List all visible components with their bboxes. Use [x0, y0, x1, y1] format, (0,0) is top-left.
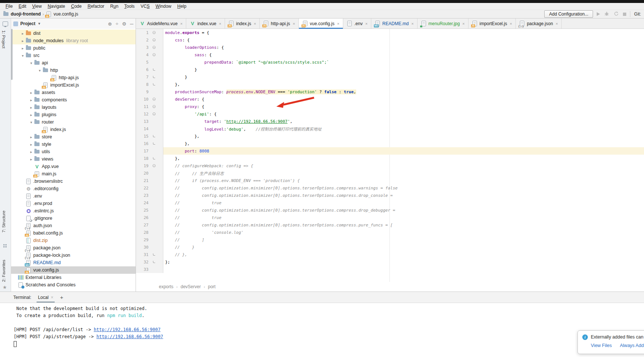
run-icon[interactable] — [597, 12, 600, 16]
tree-item-vue-config-js[interactable]: JSvue.config.js — [11, 266, 136, 274]
tree-item-importexcel-js[interactable]: JSimportExcel.js — [11, 81, 136, 89]
fold-marker[interactable] — [149, 112, 160, 115]
chevron-right-icon[interactable]: ▸ — [28, 91, 34, 95]
chevron-down-icon[interactable]: ▼ — [38, 22, 41, 26]
tool-window-quick-access-icon[interactable] — [3, 21, 8, 26]
tree-item--env-prod[interactable]: .env.prod — [11, 200, 136, 207]
close-icon[interactable]: × — [510, 21, 512, 26]
git-widget-label[interactable]: Git: — [634, 11, 641, 17]
breadcrumb-file[interactable]: vue.config.js — [54, 11, 78, 17]
tree-item-layouts[interactable]: ▸layouts — [11, 104, 136, 111]
fold-marker[interactable] — [149, 53, 160, 56]
editor-tab-vue-config-js[interactable]: JSvue.config.js× — [299, 18, 343, 28]
new-terminal-icon[interactable]: + — [60, 294, 63, 300]
tree-item-components[interactable]: ▸components — [11, 96, 136, 104]
settings-gear-icon[interactable]: ⚙ — [122, 21, 126, 27]
tree-item--env[interactable]: .env — [11, 192, 136, 200]
favorites-star-icon[interactable]: ★ — [3, 284, 7, 290]
close-icon[interactable]: × — [219, 21, 221, 26]
tool-window-button-favorites[interactable]: 2: Favorites — [1, 260, 6, 282]
chevron-right-icon[interactable]: ▸ — [28, 105, 34, 110]
menu-view[interactable]: View — [30, 3, 44, 9]
tree-item--browserslistrc[interactable]: .browserslistrc — [11, 178, 136, 185]
editor-breadcrumb-devserver[interactable]: devServer — [181, 284, 201, 289]
add-configuration-button[interactable]: Add Configuration... — [544, 10, 593, 18]
fold-marker[interactable] — [149, 68, 160, 71]
fold-marker[interactable] — [149, 135, 160, 137]
editor-tab-http-api-js[interactable]: JShttp-api.js× — [260, 18, 299, 28]
menu-navigate[interactable]: Navigate — [45, 3, 68, 9]
chevron-right-icon[interactable]: ▸ — [28, 98, 34, 102]
close-icon[interactable]: × — [51, 295, 53, 300]
tree-item-views[interactable]: ▸views — [11, 155, 136, 163]
stop-icon[interactable] — [623, 13, 626, 16]
chevron-down-icon[interactable]: ▾ — [37, 68, 42, 73]
tree-item-http[interactable]: ▾http — [11, 67, 136, 74]
collapse-all-icon[interactable]: ÷ — [116, 21, 118, 27]
tree-item-node-modules[interactable]: ▸node_moduleslibrary root — [11, 37, 136, 44]
tree-item-src[interactable]: ▾src — [11, 52, 136, 59]
tree-item-index-js[interactable]: JSindex.js — [11, 126, 136, 133]
fold-marker[interactable] — [149, 253, 160, 256]
tree-item-package-lock-json[interactable]: {﹔}package-lock.json — [11, 252, 136, 259]
chevron-right-icon[interactable]: ▸ — [28, 157, 34, 161]
code-editor[interactable]: 1module.exports = {2 css: {3 loaderOptio… — [136, 29, 644, 282]
tree-item-store[interactable]: ▸store — [11, 133, 136, 141]
tree-item-public[interactable]: ▸public — [11, 44, 136, 52]
tree-item-app-vue[interactable]: VApp.vue — [11, 163, 136, 170]
tree-item-router[interactable]: ▾router — [11, 118, 136, 126]
close-icon[interactable]: × — [365, 21, 367, 26]
menu-edit[interactable]: Edit — [16, 3, 29, 9]
tree-item-assets[interactable]: ▸assets — [11, 89, 136, 96]
tool-window-button-structure[interactable]: 7: Structure — [1, 211, 6, 232]
chevron-down-icon[interactable]: ▾ — [28, 120, 34, 124]
tree-item-plugins[interactable]: ▸plugins — [11, 111, 136, 118]
chevron-right-icon[interactable]: ▸ — [20, 39, 25, 43]
editor-tab-readme-md[interactable]: MDREADME.md× — [371, 18, 418, 28]
menu-window[interactable]: Window — [153, 3, 174, 9]
tree-item-scratches-and-consoles[interactable]: Scratches and Consoles — [11, 281, 136, 289]
chevron-down-icon[interactable]: ▾ — [28, 61, 34, 65]
run-with-coverage-icon[interactable] — [613, 11, 619, 17]
editor-tab-menurouter-jpg[interactable]: menuRouter.jpg× — [418, 18, 468, 28]
menu-code[interactable]: Code — [68, 3, 84, 9]
chevron-down-icon[interactable]: ▾ — [20, 54, 25, 58]
breadcrumb-project[interactable]: duoji-frontend — [11, 11, 41, 17]
fold-marker[interactable] — [149, 157, 160, 159]
tool-window-button-project[interactable]: 1: Project — [1, 30, 6, 48]
editor-tab-package-json[interactable]: {﹔}package.json× — [516, 18, 562, 28]
menu-help[interactable]: Help — [175, 3, 189, 9]
tree-item-package-json[interactable]: {﹔}package.json — [11, 244, 136, 252]
terminal-tab-local[interactable]: Local × — [37, 292, 55, 303]
tree-item-readme-md[interactable]: MDREADME.md — [11, 259, 136, 266]
close-icon[interactable]: × — [556, 21, 558, 26]
tree-item-external-libraries[interactable]: External Libraries — [11, 274, 136, 281]
tree-item-style[interactable]: ▸style — [11, 141, 136, 148]
editor-tab-asidemenu-vue[interactable]: VAsideMenu.vue× — [136, 18, 186, 28]
tree-item--eslintrc-js[interactable]: .eslintrc.js — [11, 207, 136, 215]
close-icon[interactable]: × — [293, 21, 295, 26]
editor-breadcrumb-exports[interactable]: exports — [159, 284, 173, 289]
tree-item-auth-json[interactable]: {﹔}auth.json — [11, 222, 136, 229]
tree-item-babel-config-js[interactable]: JSbabel.config.js — [11, 229, 136, 237]
fold-marker[interactable] — [149, 76, 160, 78]
tree-item-dist[interactable]: ▸dist — [11, 30, 136, 37]
tree-item-api[interactable]: ▾api — [11, 59, 136, 67]
tree-item-utils[interactable]: ▸utils — [11, 148, 136, 155]
editor-tab-importexcel-js[interactable]: JSimportExcel.js× — [468, 18, 516, 28]
tree-item--gitignore[interactable]: .gitignore — [11, 215, 136, 222]
menu-run[interactable]: Run — [108, 3, 121, 9]
locate-icon[interactable]: ⊕ — [108, 21, 112, 27]
fold-marker[interactable] — [149, 46, 160, 49]
menu-file[interactable]: File — [3, 3, 15, 9]
chevron-right-icon[interactable]: ▸ — [28, 142, 34, 146]
close-icon[interactable]: × — [254, 21, 256, 26]
fold-marker[interactable] — [149, 261, 160, 263]
notification-link-always-add[interactable]: Always Add — [620, 343, 644, 348]
close-icon[interactable]: × — [462, 21, 464, 26]
tree-item-http-api-js[interactable]: JShttp-api.js — [11, 74, 136, 81]
fold-marker[interactable] — [149, 164, 160, 167]
tree-item--editorconfig[interactable]: ⚙.editorconfig — [11, 185, 136, 192]
tree-item-dist-zip[interactable]: dist.zip — [11, 237, 136, 244]
chevron-right-icon[interactable]: ▸ — [28, 113, 34, 117]
